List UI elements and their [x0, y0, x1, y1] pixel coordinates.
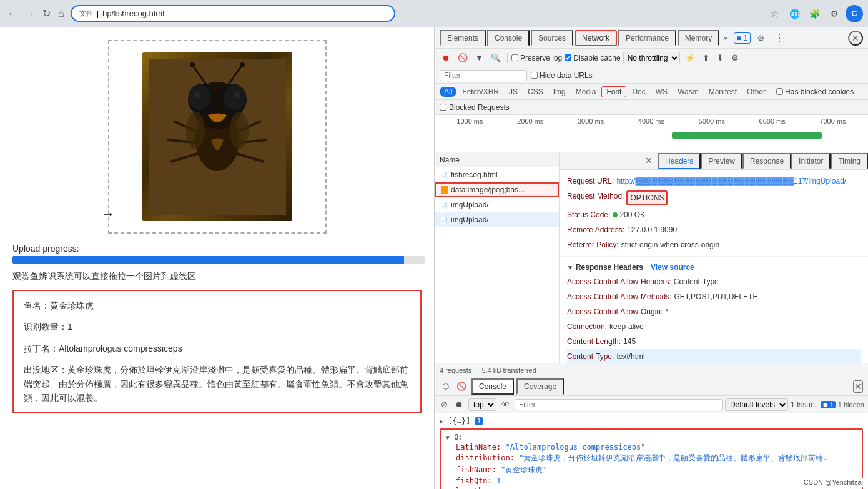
tabs-more[interactable]: »	[721, 31, 730, 45]
console-filter[interactable]	[515, 399, 723, 410]
fish-image-container	[142, 52, 292, 221]
star-button[interactable]: ☆	[766, 5, 783, 22]
remote-address-row: Remote Address: 127.0.0.1:9090	[567, 222, 861, 237]
tab-response[interactable]: Response	[742, 153, 791, 169]
network-conditions[interactable]: ⚡	[683, 52, 698, 64]
filter-wasm[interactable]: Wasm	[673, 87, 703, 97]
filter-ws[interactable]: WS	[651, 87, 672, 97]
request-name-fishrecog: fishrecog.html	[451, 170, 498, 179]
fishqtn-line: fishQtn: 1	[446, 476, 857, 486]
close-headers-btn[interactable]: ✕	[640, 153, 658, 169]
import-button[interactable]: ⬆	[700, 52, 712, 64]
website-panel: Upload progress: 观赏鱼辨识系统可以直接拖拉一个图片到虚线区 鱼…	[0, 27, 434, 489]
tab-headers[interactable]: Headers	[658, 153, 701, 169]
progress-bar	[12, 256, 404, 264]
tab-coverage[interactable]: Coverage	[516, 378, 564, 395]
latin-name-line: LatinName: "Altolamprologus compressicep…	[446, 442, 857, 452]
levels-select[interactable]: Default levels	[725, 398, 788, 411]
tab-performance[interactable]: Performance	[618, 30, 676, 46]
devtools-close-button[interactable]: ✕	[848, 31, 863, 46]
tab-network[interactable]: Network	[575, 30, 617, 46]
network-toolbar: ⏺ 🚫 ▼ 🔍 Preserve log Disable cache No th…	[435, 49, 868, 67]
filter-js[interactable]: JS	[505, 87, 522, 97]
forward-button[interactable]: →	[22, 7, 37, 21]
filter-css[interactable]: CSS	[523, 87, 548, 97]
request-item-imgupload-2[interactable]: 📄 imgUpload/	[435, 212, 559, 227]
settings-button[interactable]: ⚙	[826, 5, 843, 22]
tab-sources[interactable]: Sources	[531, 30, 573, 46]
console-array[interactable]: ▶ [{…}] 1	[440, 416, 863, 426]
request-item-data-image[interactable]: data:image/jpeg;bas...	[435, 182, 559, 197]
url-label-file: 文件	[79, 9, 93, 18]
tab-memory[interactable]: Memory	[678, 30, 719, 46]
devtools-settings[interactable]: ⚙	[752, 29, 769, 47]
url-bar[interactable]: 文件 |	[71, 5, 395, 22]
tab-timing[interactable]: Timing	[831, 153, 868, 169]
record-button[interactable]: ⏺	[440, 52, 453, 64]
tab-console-bottom[interactable]: Console	[471, 378, 514, 395]
view-source-link[interactable]: View source	[651, 263, 694, 272]
fish-image-bg	[142, 52, 292, 221]
hide-data-urls-checkbox[interactable]: Hide data URLs	[531, 71, 593, 80]
settings-btn[interactable]: ⚙	[729, 52, 741, 64]
extensions-button[interactable]: 🧩	[806, 5, 823, 22]
request-item-imgupload-1[interactable]: 📄 imgUpload/	[435, 197, 559, 212]
translate-button[interactable]: 🌐	[786, 5, 803, 22]
back-button[interactable]: ←	[5, 7, 20, 21]
console-eye-btn[interactable]: 👁	[499, 398, 512, 410]
preserve-log-checkbox[interactable]: Preserve log	[511, 54, 562, 62]
status-code-row: Status Code: 200 OK	[567, 207, 861, 222]
tab-elements[interactable]: Elements	[440, 30, 486, 46]
filter-img[interactable]: Img	[549, 87, 570, 97]
clear-button[interactable]: 🚫	[455, 52, 470, 64]
console-clear-btn[interactable]: ⊘	[438, 398, 450, 410]
fish-name: 鱼名：黄金珍珠虎	[24, 299, 410, 312]
url-input[interactable]	[102, 9, 387, 18]
console-index[interactable]: ▼ 0:	[446, 432, 857, 442]
filter-doc[interactable]: Doc	[628, 87, 649, 97]
throttle-select[interactable]: No throttling	[623, 52, 680, 64]
search-button[interactable]: 🔍	[488, 52, 503, 64]
request-item-fishrecog[interactable]: 📄 fishrecog.html	[435, 167, 559, 182]
filter-input[interactable]	[440, 70, 527, 81]
svg-point-11	[190, 62, 195, 67]
connection-row: Connection: keep-alive	[567, 319, 861, 334]
reload-button[interactable]: ↻	[40, 6, 53, 21]
acao-row: Access-Control-Allow-Origin: *	[567, 304, 861, 319]
context-select[interactable]: top	[468, 398, 496, 411]
svg-point-7	[194, 92, 200, 98]
request-method-val: OPTIONS	[626, 190, 668, 205]
filter-all[interactable]: All	[440, 87, 456, 97]
filter-button[interactable]: ▼	[473, 52, 486, 64]
transferred-size: 5.4 kB transferred	[481, 367, 536, 374]
svg-point-5	[189, 85, 211, 110]
filter-font[interactable]: Font	[601, 86, 626, 97]
console-block-btn[interactable]: 🚫	[454, 380, 469, 392]
console-close-btn[interactable]: ✕	[853, 380, 863, 393]
expand-arrow[interactable]: ▼	[567, 264, 573, 271]
console-inspect-btn[interactable]: ⬡	[440, 380, 451, 392]
export-button[interactable]: ⬇	[714, 52, 726, 64]
filter-fetch-xhr[interactable]: Fetch/XHR	[458, 87, 503, 97]
tab-initiator[interactable]: Initiator	[791, 153, 831, 169]
fishname-line: fishName: "黄金珍珠虎"	[446, 464, 857, 476]
console-obj: ▼ 0: LatinName: "Altolamprologus compres…	[440, 428, 863, 489]
tab-preview[interactable]: Preview	[701, 153, 742, 169]
network-content: Name 📄 fishrecog.html data:image/jpeg;ba…	[435, 152, 868, 363]
home-button[interactable]: ⌂	[56, 7, 67, 21]
disable-cache-checkbox[interactable]: Disable cache	[565, 54, 620, 62]
devtools-more-btn[interactable]: ⋮	[771, 29, 788, 47]
profile-button[interactable]: C	[846, 5, 863, 22]
type-filters: All Fetch/XHR JS CSS Img Media Font Doc …	[435, 84, 868, 100]
filter-other[interactable]: Other	[742, 87, 770, 97]
drop-zone[interactable]	[108, 40, 327, 234]
console-record-btn[interactable]: ⏺	[453, 398, 466, 410]
request-method-row: Request Method: OPTIONS	[567, 189, 861, 207]
timeline-bar-area	[435, 127, 868, 146]
filter-manifest[interactable]: Manifest	[704, 87, 741, 97]
tab-console[interactable]: Console	[487, 30, 530, 46]
has-blocked-cookies[interactable]: Has blocked cookies	[776, 87, 854, 96]
blocked-requests-checkbox[interactable]: Blocked Requests	[440, 103, 510, 112]
filter-media[interactable]: Media	[571, 87, 601, 97]
hidden-badge: 1 hidden	[838, 401, 864, 408]
